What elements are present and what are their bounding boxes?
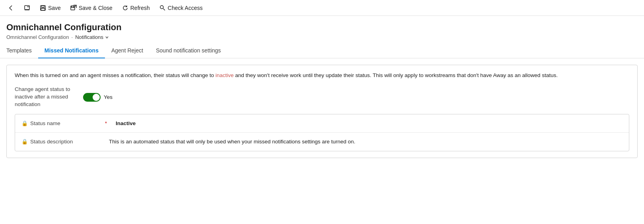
svg-rect-7: [72, 6, 74, 8]
status-description-value: This is an automated status that will on…: [103, 135, 629, 149]
svg-rect-5: [41, 8, 45, 10]
svg-rect-0: [25, 6, 29, 10]
save-close-button[interactable]: Save & Close: [66, 3, 116, 13]
main-content: When this is turned on and an agent miss…: [0, 58, 644, 164]
status-description-label: Status description: [30, 139, 73, 145]
status-description-label-cell: 🔒 Status description: [15, 135, 103, 149]
breadcrumb-parent[interactable]: Omnichannel Configuration: [6, 34, 69, 40]
tab-templates[interactable]: Templates: [6, 43, 38, 58]
svg-rect-4: [42, 6, 44, 8]
save-button[interactable]: Save: [36, 3, 65, 13]
export-button[interactable]: [20, 3, 34, 13]
svg-rect-3: [41, 6, 45, 10]
lock-icon-status-desc: 🔒: [21, 139, 28, 145]
highlight-inactive: inactive: [215, 72, 234, 78]
breadcrumb-chevron-icon: [105, 35, 109, 40]
status-description-row: 🔒 Status description This is an automate…: [15, 133, 629, 151]
tab-missed-notifications[interactable]: Missed Notifications: [38, 43, 105, 58]
back-icon: [8, 5, 14, 11]
status-form-table: 🔒 Status name * Inactive 🔒 Status descri…: [15, 114, 629, 151]
toggle-yes-label: Yes: [104, 94, 113, 100]
toggle-row: Change agent status to inactive after a …: [15, 86, 629, 108]
page-header: Omnichannel Configuration Omnichannel Co…: [0, 16, 644, 43]
tabs-bar: Templates Missed Notifications Agent Rej…: [0, 43, 644, 58]
status-name-label-cell: 🔒 Status name: [15, 116, 103, 130]
check-access-button[interactable]: Check Access: [155, 3, 207, 13]
svg-point-9: [160, 6, 163, 9]
toggle-container: Yes: [83, 93, 113, 102]
check-access-label: Check Access: [168, 5, 203, 11]
status-name-row: 🔒 Status name * Inactive: [15, 114, 629, 133]
export-icon: [24, 5, 30, 11]
refresh-button[interactable]: Refresh: [118, 3, 154, 13]
page-title: Omnichannel Configuration: [6, 22, 638, 33]
breadcrumb-separator: ·: [72, 34, 73, 40]
lock-icon-status-name: 🔒: [21, 120, 28, 126]
back-button[interactable]: [4, 3, 18, 13]
save-label: Save: [48, 5, 61, 11]
toggle-switch[interactable]: [83, 93, 101, 102]
save-icon: [40, 5, 46, 11]
tab-sound-notification[interactable]: Sound notification settings: [149, 43, 227, 58]
missed-notifications-panel: When this is turned on and an agent miss…: [6, 65, 638, 158]
breadcrumb-current: Notifications: [75, 34, 109, 40]
save-close-label: Save & Close: [79, 5, 113, 11]
check-access-icon: [159, 5, 166, 11]
status-name-value: Inactive: [109, 116, 629, 130]
save-close-icon: [70, 5, 77, 11]
status-name-label: Status name: [30, 120, 60, 126]
required-star-status-name: *: [105, 120, 107, 126]
refresh-icon: [122, 5, 128, 11]
toggle-label: Change agent status to inactive after a …: [15, 86, 78, 108]
info-text: When this is turned on and an agent miss…: [15, 71, 629, 79]
breadcrumb: Omnichannel Configuration · Notification…: [6, 34, 638, 40]
tab-agent-reject[interactable]: Agent Reject: [105, 43, 149, 58]
toggle-thumb: [93, 94, 100, 101]
refresh-label: Refresh: [130, 5, 150, 11]
toolbar: Save Save & Close Refresh Check Access: [0, 0, 644, 16]
svg-line-10: [163, 8, 165, 10]
